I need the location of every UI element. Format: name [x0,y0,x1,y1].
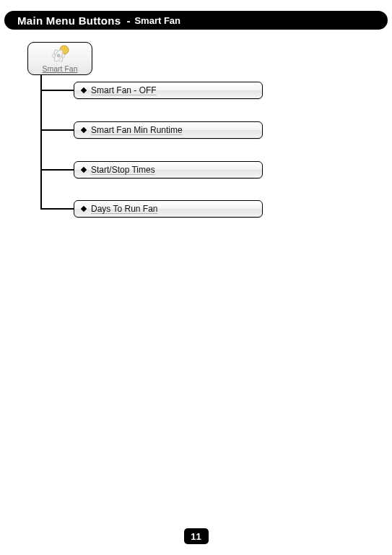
header-sub-title: Smart Fan [134,15,180,26]
menu-item-start-stop-times[interactable]: Start/Stop Times [74,161,263,178]
menu-item-label: Smart Fan Min Runtime [91,125,183,135]
svg-point-4 [57,54,60,57]
bullet-icon [81,167,87,173]
tree-branch [40,129,74,131]
fan-icon [51,45,69,64]
menu-item-smart-fan-off[interactable]: Smart Fan - OFF [74,82,263,99]
page-number: 11 [191,531,201,542]
menu-item-days-to-run[interactable]: Days To Run Fan [74,200,263,218]
menu-item-label: Days To Run Fan [91,204,158,214]
tree-branch [40,90,74,91]
bullet-icon [81,127,87,133]
menu-tree: Smart Fan Smart Fan - OFF Smart Fan Min … [27,42,92,75]
tree-branch [40,208,74,210]
page: Main Menu Buttons - Smart Fan Smart Fan [0,0,392,555]
header-separator: - [126,14,130,27]
menu-item-label: Start/Stop Times [91,165,155,175]
tree-trunk [40,75,42,208]
root-node-smart-fan[interactable]: Smart Fan [27,42,92,75]
bullet-icon [81,206,87,212]
page-number-badge: 11 [184,528,209,544]
menu-item-min-runtime[interactable]: Smart Fan Min Runtime [74,121,263,139]
tree-branch [40,169,74,171]
section-header-bar: Main Menu Buttons - Smart Fan [4,11,388,30]
header-main-title: Main Menu Buttons [17,14,121,27]
bullet-icon [81,87,87,93]
menu-item-label: Smart Fan - OFF [91,85,157,95]
root-node-label: Smart Fan [28,64,92,73]
